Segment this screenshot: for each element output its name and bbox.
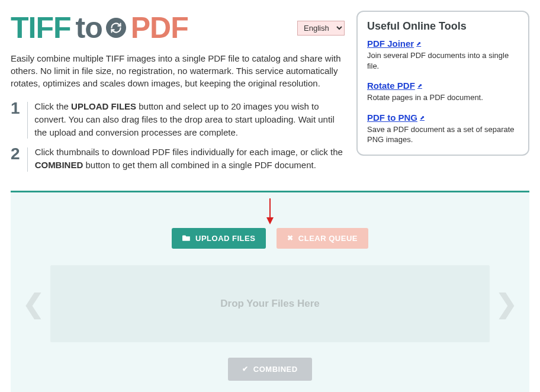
logo-to: to <box>76 11 126 45</box>
external-link-icon: ⬈ <box>417 82 422 89</box>
pointer-arrow <box>11 192 529 228</box>
sidebar-title: Useful Online Tools <box>367 20 519 33</box>
tool-desc: Rotate pages in a PDF document. <box>367 92 519 103</box>
carousel-next-button[interactable]: ❯ <box>494 288 519 319</box>
logo: TIFF to PDF <box>11 11 188 45</box>
file-drop-zone[interactable]: Drop Your Files Here <box>50 265 490 342</box>
upload-section: UPLOAD FILES ✖ CLEAR QUEUE ❮ Drop Your F… <box>11 191 529 392</box>
step-number: 1 <box>11 100 20 117</box>
svg-marker-1 <box>266 217 274 224</box>
tool-link-pdf-joiner[interactable]: PDF Joiner ⬈ <box>367 38 421 49</box>
check-icon: ✔ <box>242 365 249 373</box>
step-text: Click the UPLOAD FILES button and select… <box>34 100 345 139</box>
tool-item: Rotate PDF ⬈ Rotate pages in a PDF docum… <box>367 81 519 103</box>
logo-tiff: TIFF <box>11 11 71 45</box>
sidebar-tools: Useful Online Tools PDF Joiner ⬈ Join se… <box>356 11 529 156</box>
step-number: 2 <box>11 146 20 162</box>
upload-files-button[interactable]: UPLOAD FILES <box>172 228 266 249</box>
step-text: Click thumbnails to download PDF files i… <box>35 146 345 172</box>
step-2: 2 Click thumbnails to download PDF files… <box>11 146 345 172</box>
carousel-prev-button[interactable]: ❮ <box>21 288 46 319</box>
page-description: Easily combine multiple TIFF images into… <box>11 52 345 89</box>
combined-button[interactable]: ✔ COMBINED <box>228 358 311 381</box>
external-link-icon: ⬈ <box>416 40 421 47</box>
refresh-icon <box>106 18 126 38</box>
tool-desc: Save a PDF document as a set of separate… <box>367 124 519 145</box>
tool-link-pdf-to-png[interactable]: PDF to PNG ⬈ <box>367 113 425 123</box>
external-link-icon: ⬈ <box>420 114 425 121</box>
step-divider <box>27 147 28 172</box>
logo-pdf: PDF <box>131 11 188 45</box>
tool-link-rotate-pdf[interactable]: Rotate PDF ⬈ <box>367 81 422 91</box>
tool-desc: Join several PDF documents into a single… <box>367 50 519 71</box>
step-1: 1 Click the UPLOAD FILES button and sele… <box>11 100 345 139</box>
tool-item: PDF to PNG ⬈ Save a PDF document as a se… <box>367 113 519 145</box>
language-select[interactable]: English <box>297 21 345 36</box>
tool-item: PDF Joiner ⬈ Join several PDF documents … <box>367 38 519 71</box>
close-icon: ✖ <box>287 234 294 242</box>
folder-open-icon <box>182 234 191 243</box>
step-divider <box>27 102 28 139</box>
clear-queue-button[interactable]: ✖ CLEAR QUEUE <box>277 228 368 249</box>
